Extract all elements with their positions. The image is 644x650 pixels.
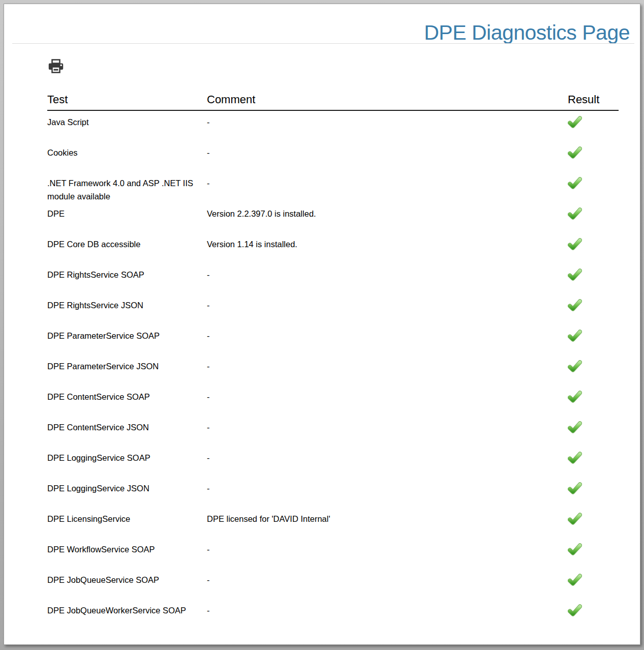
test-comment: -	[207, 329, 568, 342]
table-row: DPE LoggingService JSON -	[47, 477, 619, 508]
table-row: DPE ContentService JSON -	[47, 416, 619, 447]
test-name: DPE Core DB accessible	[47, 238, 207, 251]
test-name: DPE LicensingService	[47, 512, 207, 525]
table-row: DPE RightsService JSON -	[47, 294, 619, 324]
test-result	[568, 573, 619, 588]
test-result	[568, 176, 619, 191]
green-check-icon	[568, 146, 582, 159]
table-row: Cookies -	[47, 141, 619, 172]
test-comment: DPE licensed for 'DAVID Internal'	[207, 512, 568, 525]
column-header-test: Test	[47, 93, 207, 106]
green-check-icon	[568, 177, 582, 189]
test-result	[568, 238, 619, 252]
test-comment: -	[207, 360, 568, 373]
test-comment: Version 1.14 is installed.	[207, 238, 568, 251]
printer-icon	[48, 68, 64, 76]
table-row: DPE JobQueueWorkerService SOAP -	[47, 599, 619, 630]
green-check-icon	[568, 574, 582, 586]
green-check-icon	[568, 604, 582, 616]
test-name: DPE LoggingService JSON	[47, 482, 207, 495]
test-comment: -	[207, 268, 568, 281]
table-header-row: Test Comment Result	[47, 93, 619, 111]
test-comment: -	[207, 451, 568, 464]
test-comment: -	[207, 115, 568, 129]
test-name: DPE ParameterService SOAP	[47, 329, 207, 342]
green-check-icon	[568, 543, 582, 555]
table-row: DPE ContentService SOAP -	[47, 386, 619, 416]
test-name: Cookies	[47, 146, 207, 159]
test-name: DPE RightsService JSON	[47, 299, 207, 312]
test-result	[568, 451, 619, 466]
header-divider	[12, 43, 634, 44]
table-row: DPE RightsService SOAP -	[47, 263, 619, 294]
test-name: .NET Framework 4.0 and ASP .NET IIS modu…	[47, 176, 207, 203]
green-check-icon	[568, 360, 582, 372]
test-result	[568, 268, 619, 283]
print-button[interactable]	[48, 58, 64, 77]
test-comment: -	[207, 390, 568, 403]
table-row: Java Script -	[47, 111, 619, 141]
test-name: DPE JobQueueService SOAP	[47, 573, 207, 586]
test-name: DPE ContentService SOAP	[47, 390, 207, 403]
green-check-icon	[568, 208, 582, 220]
test-result	[568, 299, 619, 313]
table-row: DPE LicensingService DPE licensed for 'D…	[47, 508, 619, 538]
test-result	[568, 115, 619, 130]
test-result	[568, 207, 619, 222]
green-check-icon	[568, 299, 582, 311]
table-row: DPE Core DB accessible Version 1.14 is i…	[47, 233, 619, 263]
test-comment: -	[207, 543, 568, 556]
test-comment: -	[207, 604, 568, 617]
test-name: DPE WorkflowService SOAP	[47, 543, 207, 556]
green-check-icon	[568, 116, 582, 128]
test-result	[568, 512, 619, 527]
test-name: DPE	[47, 207, 207, 220]
test-result	[568, 543, 619, 557]
green-check-icon	[568, 421, 582, 433]
test-name: DPE JobQueueWorkerService SOAP	[47, 604, 207, 617]
test-comment: -	[207, 482, 568, 495]
table-row: DPE LoggingService SOAP -	[47, 447, 619, 477]
green-check-icon	[568, 269, 582, 281]
test-name: Java Script	[47, 115, 207, 129]
test-comment: -	[207, 573, 568, 586]
green-check-icon	[568, 452, 582, 464]
page-title: DPE Diagnostics Page	[424, 22, 630, 43]
test-comment: -	[207, 146, 568, 159]
green-check-icon	[568, 238, 582, 250]
table-row: DPE WorkflowService SOAP -	[47, 538, 619, 569]
green-check-icon	[568, 391, 582, 403]
test-result	[568, 146, 619, 161]
green-check-icon	[568, 513, 582, 525]
table-row: DPE JobQueueService SOAP -	[47, 569, 619, 599]
test-name: DPE ContentService JSON	[47, 421, 207, 434]
page-header: DPE Diagnostics Page	[4, 4, 640, 47]
test-comment: -	[207, 299, 568, 312]
test-comment: -	[207, 176, 568, 190]
test-result	[568, 482, 619, 496]
table-row: DPE Version 2.2.397.0 is installed.	[47, 202, 619, 233]
table-row: .NET Framework 4.0 and ASP .NET IIS modu…	[47, 172, 619, 202]
diagnostics-table: Test Comment Result Java Script - Cookie…	[47, 93, 619, 630]
test-result	[568, 604, 619, 618]
test-name: DPE ParameterService JSON	[47, 360, 207, 373]
green-check-icon	[568, 330, 582, 342]
table-row: DPE ParameterService JSON -	[47, 355, 619, 386]
table-row: DPE ParameterService SOAP -	[47, 324, 619, 355]
test-name: DPE LoggingService SOAP	[47, 451, 207, 464]
test-comment: Version 2.2.397.0 is installed.	[207, 207, 568, 220]
column-header-result: Result	[568, 93, 619, 106]
test-result	[568, 390, 619, 405]
test-name: DPE RightsService SOAP	[47, 268, 207, 281]
test-result	[568, 421, 619, 435]
test-comment: -	[207, 421, 568, 434]
table-body: Java Script - Cookies - .NET Framework 4…	[47, 111, 619, 630]
document-page: DPE Diagnostics Page Test Comment Result…	[4, 4, 640, 645]
test-result	[568, 329, 619, 344]
test-result	[568, 360, 619, 374]
column-header-comment: Comment	[207, 93, 568, 106]
green-check-icon	[568, 482, 582, 494]
